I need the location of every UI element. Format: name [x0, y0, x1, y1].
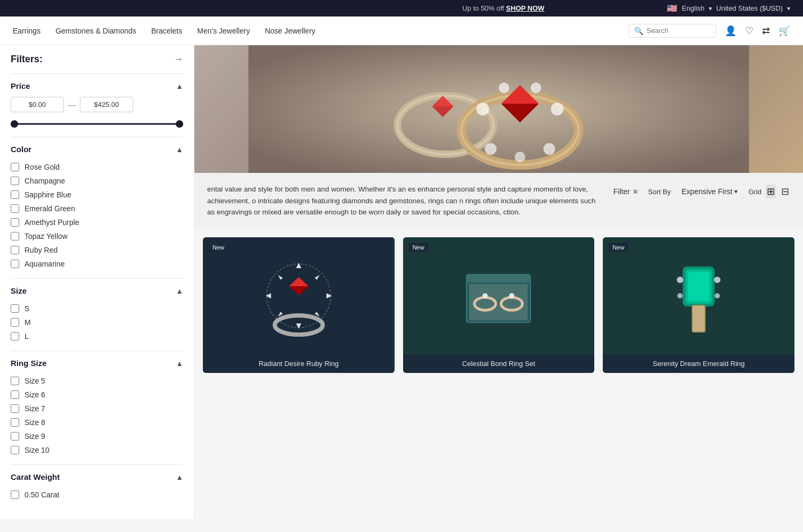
- ring-size-9[interactable]: Size 9: [11, 429, 183, 443]
- svg-point-12: [499, 82, 510, 93]
- slider-thumb-left[interactable]: [11, 120, 18, 128]
- size-checkbox-m[interactable]: [11, 318, 19, 327]
- svg-point-42: [714, 277, 720, 283]
- ring-size-8[interactable]: Size 8: [11, 415, 183, 429]
- filter-sort-bar: Filter ≡ Sort By Expensive First ▾ Grid …: [613, 184, 790, 198]
- size-s[interactable]: S: [11, 302, 183, 315]
- ring-size-checkbox-7[interactable]: [11, 404, 19, 413]
- search-input[interactable]: [646, 27, 710, 35]
- color-label-champagne: Champagne: [24, 177, 65, 185]
- hero-image: [194, 45, 803, 173]
- color-chevron-icon: ▲: [176, 145, 183, 154]
- compare-icon[interactable]: ⇄: [762, 25, 770, 37]
- color-checkbox-champagne[interactable]: [11, 177, 19, 185]
- slider-track: [11, 123, 183, 125]
- color-label-amethyst-purple: Amethyst Purple: [24, 218, 79, 227]
- hero-banner: [194, 45, 803, 173]
- svg-point-15: [544, 143, 555, 155]
- color-filter-header[interactable]: Color ▲: [11, 145, 183, 154]
- ring-size-10[interactable]: Size 10: [11, 443, 183, 457]
- color-checkbox-ruby-red[interactable]: [11, 246, 19, 254]
- nav-links: Earrings Gemstones & Diamonds Bracelets …: [13, 27, 611, 35]
- sidebar-arrow-icon[interactable]: →: [174, 54, 183, 65]
- color-checkbox-amethyst-purple[interactable]: [11, 218, 19, 227]
- carat-weight-filter-section: Carat Weight ▲ 0.50 Carat: [11, 464, 183, 509]
- size-label-l: L: [24, 332, 29, 340]
- ring-size-5[interactable]: Size 5: [11, 374, 183, 388]
- ring-size-label: Ring Size: [11, 359, 47, 368]
- color-amethyst-purple[interactable]: Amethyst Purple: [11, 215, 183, 229]
- grid-large-icon[interactable]: ⊞: [766, 185, 776, 198]
- svg-point-44: [715, 293, 720, 298]
- size-filter-header[interactable]: Size ▲: [11, 286, 183, 295]
- price-slider[interactable]: [11, 119, 183, 129]
- size-checkbox-l[interactable]: [11, 332, 19, 340]
- product-card[interactable]: New: [203, 237, 395, 373]
- flag-icon: 🇺🇸: [667, 3, 677, 13]
- ring-size-7[interactable]: Size 7: [11, 402, 183, 415]
- color-checkbox-topaz-yellow[interactable]: [11, 232, 19, 240]
- color-sapphire-blue[interactable]: Sapphire Blue: [11, 188, 183, 202]
- nav-bracelets[interactable]: Bracelets: [151, 27, 182, 35]
- svg-point-17: [267, 264, 331, 328]
- color-emerald-green[interactable]: Emerald Green: [11, 202, 183, 215]
- ring-size-label-7: Size 7: [24, 404, 45, 413]
- product-card[interactable]: New: [403, 237, 595, 373]
- nav-nose[interactable]: Nose Jewellery: [265, 27, 315, 35]
- svg-point-41: [677, 277, 683, 283]
- nav-earrings[interactable]: Earrings: [13, 27, 40, 35]
- product-name-1: Radiant Desire Ruby Ring: [203, 354, 395, 373]
- color-label-rose-gold: Rose Gold: [24, 163, 60, 171]
- color-topaz-yellow[interactable]: Topaz Yellow: [11, 229, 183, 243]
- color-champagne[interactable]: Champagne: [11, 174, 183, 188]
- shop-now-link[interactable]: SHOP NOW: [506, 4, 544, 12]
- filter-button[interactable]: Filter ≡: [613, 187, 637, 196]
- grid-toggle: Grid ⊞ ⊟: [748, 185, 790, 198]
- svg-marker-18: [296, 263, 301, 268]
- nav-gemstones[interactable]: Gemstones & Diamonds: [55, 27, 136, 35]
- color-label-topaz-yellow: Topaz Yellow: [24, 232, 68, 240]
- cart-icon[interactable]: 🛒: [779, 25, 790, 37]
- price-filter-header[interactable]: Price ▲: [11, 81, 183, 90]
- sort-select-button[interactable]: Expensive First ▾: [682, 187, 738, 196]
- color-checkbox-rose-gold[interactable]: [11, 163, 19, 171]
- account-icon[interactable]: 👤: [725, 25, 736, 37]
- slider-thumb-right[interactable]: [176, 120, 183, 128]
- language-selector[interactable]: English: [682, 4, 704, 12]
- color-checkbox-emerald-green[interactable]: [11, 204, 19, 213]
- ring-size-checkbox-9[interactable]: [11, 432, 19, 440]
- color-rose-gold[interactable]: Rose Gold: [11, 160, 183, 174]
- ring-size-filter-header[interactable]: Ring Size ▲: [11, 359, 183, 368]
- ring-size-checkbox-10[interactable]: [11, 446, 19, 454]
- color-ruby-red[interactable]: Ruby Red: [11, 243, 183, 257]
- price-max-input[interactable]: [80, 97, 133, 112]
- size-label-m: M: [24, 318, 31, 327]
- wishlist-icon[interactable]: ♡: [745, 25, 753, 37]
- color-label-emerald-green: Emerald Green: [24, 204, 75, 213]
- grid-small-icon[interactable]: ⊟: [780, 185, 790, 198]
- ring-size-filter-section: Ring Size ▲ Size 5 Size 6 Size 7 Size 8: [11, 351, 183, 464]
- carat-050[interactable]: 0.50 Carat: [11, 488, 183, 502]
- search-bar[interactable]: 🔍: [628, 24, 716, 38]
- color-checkbox-sapphire-blue[interactable]: [11, 190, 19, 199]
- product-image-3: New: [603, 237, 794, 354]
- product-image-1: New: [203, 237, 395, 354]
- price-min-input[interactable]: [11, 97, 64, 112]
- carat-checkbox-050[interactable]: [11, 491, 19, 499]
- promo-text: Up to 50% off SHOP NOW: [340, 4, 667, 12]
- svg-rect-31: [466, 275, 530, 282]
- color-aquamarine[interactable]: Aquamarine: [11, 257, 183, 271]
- ring-size-checkbox-5[interactable]: [11, 377, 19, 385]
- promo-message: Up to 50% off: [462, 4, 506, 12]
- size-checkbox-s[interactable]: [11, 304, 19, 313]
- size-m[interactable]: M: [11, 315, 183, 329]
- product-card[interactable]: New: [603, 237, 794, 373]
- ring-size-6[interactable]: Size 6: [11, 388, 183, 402]
- ring-size-checkbox-8[interactable]: [11, 418, 19, 427]
- region-selector[interactable]: United States ($USD): [716, 4, 783, 12]
- nav-mens[interactable]: Men's Jewellery: [197, 27, 250, 35]
- ring-size-checkbox-6[interactable]: [11, 390, 19, 399]
- color-checkbox-aquamarine[interactable]: [11, 260, 19, 268]
- carat-weight-filter-header[interactable]: Carat Weight ▲: [11, 472, 183, 481]
- size-l[interactable]: L: [11, 329, 183, 343]
